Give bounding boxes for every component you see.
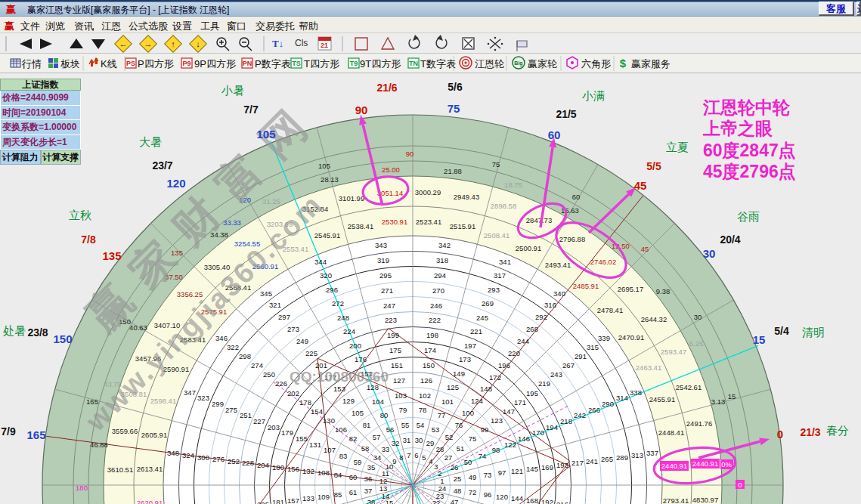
svg-text:72: 72: [469, 488, 477, 496]
svg-text:252: 252: [228, 457, 240, 465]
svg-text:0: 0: [777, 428, 783, 441]
svg-text:81: 81: [363, 421, 371, 429]
svg-text:4830.97: 4830.97: [692, 496, 718, 504]
svg-text:上帝之眼: 上帝之眼: [702, 119, 773, 138]
svg-text:318: 318: [436, 256, 448, 264]
svg-text:54: 54: [417, 421, 425, 429]
svg-text:251: 251: [240, 411, 252, 419]
svg-text:38: 38: [367, 498, 376, 504]
svg-text:2463.41: 2463.41: [636, 363, 661, 372]
svg-text:2545.91: 2545.91: [314, 231, 340, 240]
svg-text:154: 154: [311, 407, 323, 416]
svg-text:大暑: 大暑: [139, 135, 162, 148]
svg-text:147: 147: [503, 407, 515, 416]
svg-text:0%: 0%: [721, 460, 732, 468]
svg-text:36: 36: [364, 475, 373, 483]
svg-text:45: 45: [641, 245, 649, 253]
svg-text:↓: ↓: [196, 39, 200, 48]
svg-text:105: 105: [318, 162, 330, 170]
svg-text:QQ:100800360: QQ:100800360: [290, 369, 389, 385]
svg-text:227: 227: [253, 417, 265, 425]
svg-text:270: 270: [432, 286, 444, 295]
svg-text:226: 226: [275, 379, 287, 388]
svg-text:59: 59: [354, 458, 362, 466]
svg-text:30: 30: [694, 313, 702, 321]
svg-text:178: 178: [299, 398, 311, 407]
svg-text:293: 293: [488, 286, 500, 294]
svg-text:74: 74: [479, 452, 487, 460]
svg-text:25.00: 25.00: [382, 165, 400, 174]
svg-text:266: 266: [588, 406, 600, 414]
svg-text:20/4: 20/4: [720, 233, 740, 246]
svg-text:31.25: 31.25: [262, 197, 280, 206]
svg-text:291: 291: [575, 352, 587, 360]
svg-text:155: 155: [296, 434, 308, 443]
svg-text:132: 132: [302, 467, 314, 475]
svg-text:340: 340: [553, 289, 565, 298]
svg-text:2440.91: 2440.91: [661, 462, 687, 470]
svg-text:春分: 春分: [826, 424, 849, 437]
svg-text:317: 317: [494, 271, 506, 280]
svg-text:$: $: [620, 57, 627, 70]
svg-text:244: 244: [517, 337, 529, 345]
svg-text:216: 216: [556, 500, 568, 504]
svg-text:151: 151: [391, 361, 403, 369]
svg-text:267: 267: [562, 361, 575, 369]
svg-text:292: 292: [535, 313, 547, 321]
svg-text:203: 203: [268, 423, 280, 431]
svg-text:109: 109: [317, 493, 330, 501]
svg-text:2455.91: 2455.91: [649, 395, 675, 404]
svg-text:341: 341: [499, 258, 511, 266]
svg-text:T↓: T↓: [272, 38, 283, 49]
svg-text:84: 84: [334, 471, 342, 479]
svg-text:320: 320: [320, 271, 332, 280]
svg-text:2593.47: 2593.47: [661, 348, 686, 356]
svg-text:5: 5: [422, 453, 426, 462]
svg-text:175: 175: [389, 346, 401, 354]
svg-text:168: 168: [526, 496, 538, 504]
svg-text:97: 97: [498, 468, 506, 477]
svg-text:2620.91: 2620.91: [137, 499, 163, 504]
svg-text:122: 122: [504, 441, 516, 449]
svg-text:313: 313: [631, 451, 643, 459]
svg-text:324: 324: [182, 451, 194, 459]
svg-text:34: 34: [373, 453, 382, 462]
svg-text:2485.91: 2485.91: [573, 282, 599, 290]
svg-text:82: 82: [349, 434, 358, 443]
svg-text:2491.76: 2491.76: [686, 419, 712, 428]
svg-text:221: 221: [470, 327, 482, 335]
svg-text:157: 157: [287, 496, 299, 504]
svg-text:46.88: 46.88: [90, 441, 108, 449]
svg-text:60: 60: [349, 473, 358, 481]
svg-text:246: 246: [430, 301, 442, 310]
svg-text:75: 75: [469, 434, 477, 443]
svg-text:180: 180: [76, 484, 88, 492]
svg-text:2523.41: 2523.41: [416, 218, 441, 226]
svg-text:←: ←: [119, 39, 128, 48]
svg-text:101: 101: [441, 397, 454, 406]
svg-text:2605.91: 2605.91: [141, 431, 167, 439]
svg-text:194: 194: [546, 423, 558, 431]
svg-text:28: 28: [436, 445, 444, 453]
svg-text:2515.91: 2515.91: [450, 222, 475, 230]
svg-text:150: 150: [423, 361, 435, 369]
svg-text:7/9: 7/9: [1, 425, 16, 438]
svg-text:248: 248: [337, 314, 349, 322]
svg-text:PS: PS: [126, 60, 135, 67]
svg-text:立秋: 立秋: [69, 209, 91, 221]
svg-text:2949.43: 2949.43: [454, 193, 479, 201]
svg-text:60度2847点: 60度2847点: [703, 141, 796, 160]
svg-text:300: 300: [197, 453, 209, 462]
svg-text:6.25: 6.25: [689, 339, 704, 348]
svg-text:51: 51: [457, 444, 465, 453]
svg-text:323: 323: [197, 394, 209, 402]
svg-text:小满: 小满: [581, 89, 605, 102]
svg-text:35: 35: [367, 463, 376, 472]
svg-text:180: 180: [272, 463, 284, 472]
svg-text:247: 247: [383, 301, 395, 310]
svg-text:99: 99: [481, 425, 489, 434]
svg-text:273: 273: [287, 325, 299, 333]
svg-text:2440.91: 2440.91: [692, 459, 718, 468]
svg-text:32: 32: [392, 439, 400, 447]
svg-text:TN: TN: [409, 60, 418, 67]
